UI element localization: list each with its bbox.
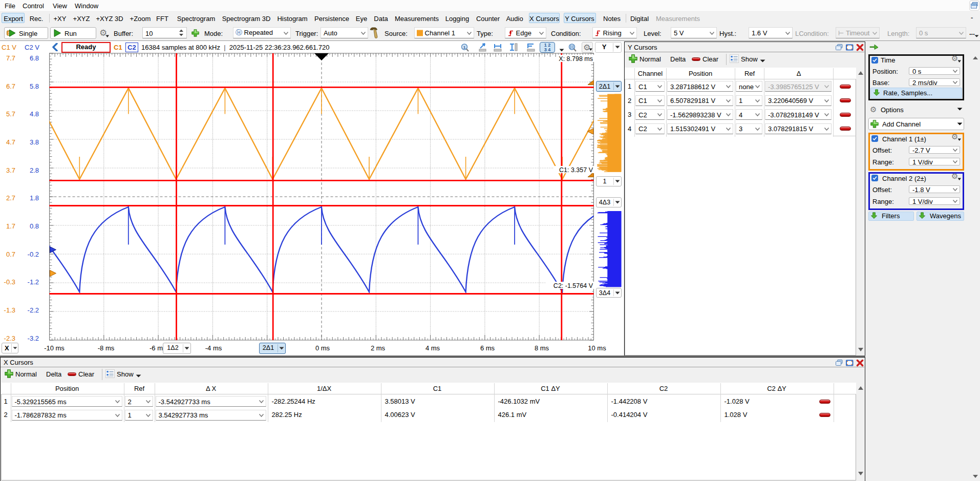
svg-text:1: 1 xyxy=(463,45,466,50)
svg-text:X: 8.798 ms: X: 8.798 ms xyxy=(559,55,593,62)
svg-text:C1: 3.357 V: C1: 3.357 V xyxy=(559,166,593,174)
svg-text:C2: -1.5764 V: C2: -1.5764 V xyxy=(553,282,593,289)
